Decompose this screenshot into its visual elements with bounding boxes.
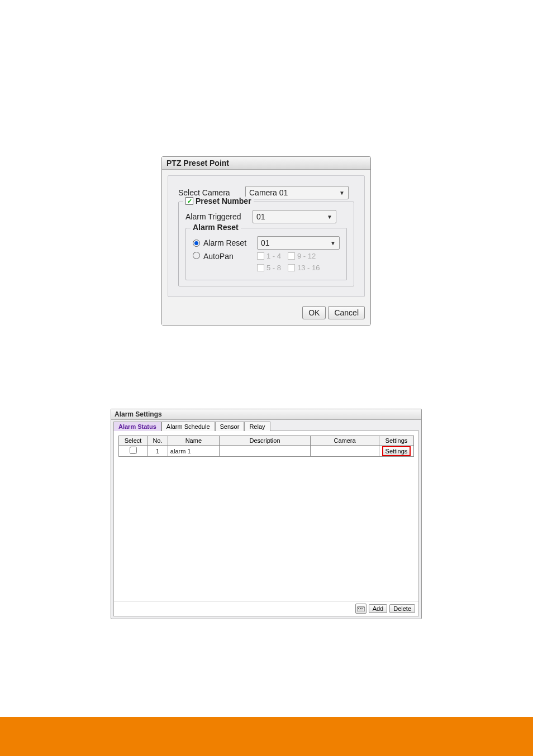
preset-number-legend: ✓ Preset Number (183, 197, 254, 205)
autopan-radio[interactable] (193, 252, 200, 259)
col-no: No. (147, 436, 168, 446)
preset-number-legend-text: Preset Number (196, 197, 251, 205)
autopan-checkbox-13-16[interactable] (288, 264, 295, 271)
row-camera (311, 446, 379, 457)
page-footer-bar (0, 717, 533, 756)
alarm-reset-group: Alarm Reset Alarm Reset 01 ▼ AutoPan 1 -… (185, 228, 347, 280)
autopan-opt-5-8: 5 - 8 (266, 264, 281, 272)
select-camera-value: Camera 01 (249, 188, 288, 197)
row-description (219, 446, 310, 457)
autopan-radio-label: AutoPan (203, 252, 257, 261)
row-select-checkbox[interactable] (130, 447, 137, 454)
col-select: Select (119, 436, 147, 446)
svg-rect-0 (357, 607, 365, 611)
ok-button[interactable]: OK (302, 306, 326, 319)
autopan-checkbox-9-12[interactable] (288, 252, 295, 260)
alarm-reset-legend: Alarm Reset (191, 223, 241, 232)
alarm-triggered-dropdown[interactable]: 01 ▼ (253, 210, 336, 223)
alarm-reset-value: 01 (261, 238, 270, 247)
table-empty-area (118, 457, 414, 596)
preset-number-group: ✓ Preset Number Alarm Triggered 01 ▼ Ala… (178, 202, 354, 286)
preset-number-checkbox[interactable]: ✓ (185, 197, 193, 205)
col-name: Name (168, 436, 219, 446)
alarm-tab-body: Select No. Name Description Camera Setti… (113, 430, 419, 601)
ptz-preset-dialog: PTZ Preset Point Select Camera Camera 01… (161, 156, 371, 326)
svg-rect-3 (361, 608, 363, 609)
cancel-button[interactable]: Cancel (328, 306, 365, 319)
alarm-table: Select No. Name Description Camera Setti… (118, 436, 414, 457)
keyboard-icon[interactable] (355, 604, 367, 614)
svg-rect-4 (359, 610, 363, 610)
col-desc: Description (219, 436, 310, 446)
alarm-reset-radio-label: Alarm Reset (203, 238, 257, 247)
autopan-opt-1-4: 1 - 4 (266, 252, 281, 260)
chevron-down-icon: ▼ (330, 240, 336, 246)
ptz-dialog-body: Select Camera Camera 01 ▼ ✓ Preset Numbe… (168, 175, 365, 297)
tab-relay[interactable]: Relay (244, 422, 270, 431)
delete-button[interactable]: Delete (389, 604, 415, 613)
col-settings: Settings (379, 436, 413, 446)
tab-alarm-schedule[interactable]: Alarm Schedule (161, 422, 215, 431)
alarm-settings-title: Alarm Settings (111, 409, 421, 420)
alarm-triggered-label: Alarm Triggered (185, 212, 253, 221)
chevron-down-icon: ▼ (339, 190, 345, 196)
row-name: alarm 1 (168, 446, 219, 457)
select-camera-dropdown[interactable]: Camera 01 ▼ (245, 186, 349, 199)
alarm-tabs: Alarm Status Alarm Schedule Sensor Relay (111, 420, 421, 430)
alarm-reset-radio[interactable] (193, 240, 200, 247)
autopan-opt-9-12: 9 - 12 (297, 252, 316, 260)
select-camera-label: Select Camera (178, 188, 245, 197)
tab-sensor[interactable]: Sensor (215, 422, 245, 431)
alarm-reset-dropdown[interactable]: 01 ▼ (257, 236, 340, 250)
chevron-down-icon: ▼ (327, 214, 332, 220)
autopan-checkbox-5-8[interactable] (257, 264, 264, 271)
add-button[interactable]: Add (369, 604, 388, 613)
table-row: 1 alarm 1 Settings (119, 446, 414, 457)
row-settings-button[interactable]: Settings (382, 446, 411, 456)
autopan-opt-13-16: 13 - 16 (297, 264, 320, 272)
svg-rect-1 (358, 608, 359, 609)
alarm-settings-panel: Alarm Settings Alarm Status Alarm Schedu… (111, 409, 422, 619)
alarm-triggered-value: 01 (256, 212, 265, 221)
row-no: 1 (147, 446, 168, 457)
tab-alarm-status[interactable]: Alarm Status (113, 422, 161, 431)
svg-rect-2 (360, 608, 361, 609)
col-camera: Camera (311, 436, 379, 446)
autopan-checkbox-1-4[interactable] (257, 252, 264, 260)
ptz-dialog-title: PTZ Preset Point (162, 157, 370, 170)
